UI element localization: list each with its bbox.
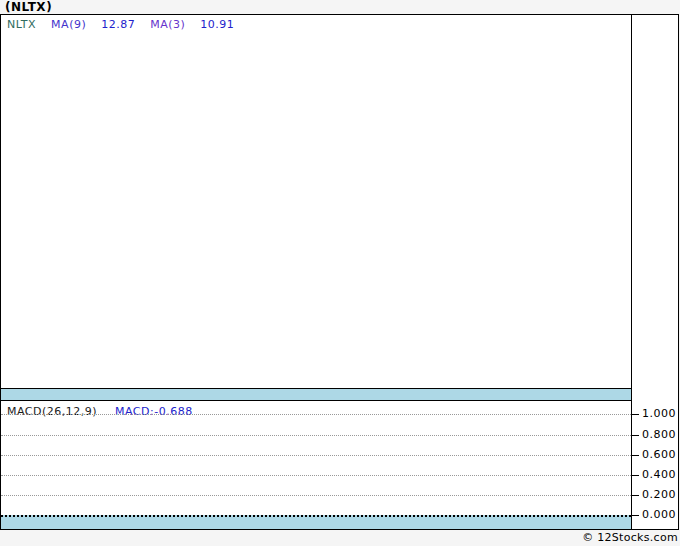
gridline-0.800 — [1, 435, 631, 436]
y-tick-label: 0.800 — [642, 428, 676, 442]
macd-legend: MACD(26,12,9) MACD:-0.688 — [7, 405, 193, 418]
macd-indicator-label: MACD(26,12,9) — [7, 405, 97, 418]
y-tick-label: 0.600 — [642, 448, 676, 462]
tick-mark — [632, 475, 639, 476]
price-panel: NLTX MA(9) 12.87 MA(3) 10.91 — [1, 15, 631, 388]
macd-panel: MACD(26,12,9) MACD:-0.688 — [1, 401, 631, 529]
y-tick-label: 1.000 — [642, 407, 676, 421]
tick-mark — [632, 455, 639, 456]
y-tick-label: 0.200 — [642, 488, 676, 502]
tick-mark — [632, 435, 639, 436]
y-axis-gutter: 1.000 0.800 0.600 0.400 0.200 0.000 — [632, 15, 678, 529]
macd-bottom-band — [1, 515, 631, 529]
attribution-footer: © 12Stocks.com — [582, 531, 678, 545]
gridline-0.600 — [1, 455, 631, 456]
y-tick-label: 0.000 — [642, 508, 676, 522]
legend-ma3-label: MA(3) — [150, 18, 185, 31]
tick-mark — [632, 515, 639, 516]
tick-mark — [632, 495, 639, 496]
legend-ma9-value: 12.87 — [101, 18, 135, 31]
gridline-0.200 — [1, 495, 631, 496]
price-legend: NLTX MA(9) 12.87 MA(3) 10.91 — [7, 18, 245, 31]
chart-frame: NLTX MA(9) 12.87 MA(3) 10.91 MACD(26,12,… — [0, 14, 679, 530]
gridline-0.400 — [1, 475, 631, 476]
legend-ma3-value: 10.91 — [200, 18, 234, 31]
stock-chart-page: (NLTX) NLTX MA(9) 12.87 MA(3) 10.91 MACD… — [0, 0, 680, 546]
gridline-1.000 — [1, 414, 631, 415]
chart-title: (NLTX) — [5, 0, 52, 14]
macd-indicator-value: MACD:-0.688 — [115, 405, 193, 418]
separator-band — [1, 388, 631, 401]
y-tick-label: 0.400 — [642, 468, 676, 482]
legend-ticker: NLTX — [7, 18, 36, 31]
tick-mark — [632, 414, 639, 415]
legend-ma9-label: MA(9) — [51, 18, 86, 31]
